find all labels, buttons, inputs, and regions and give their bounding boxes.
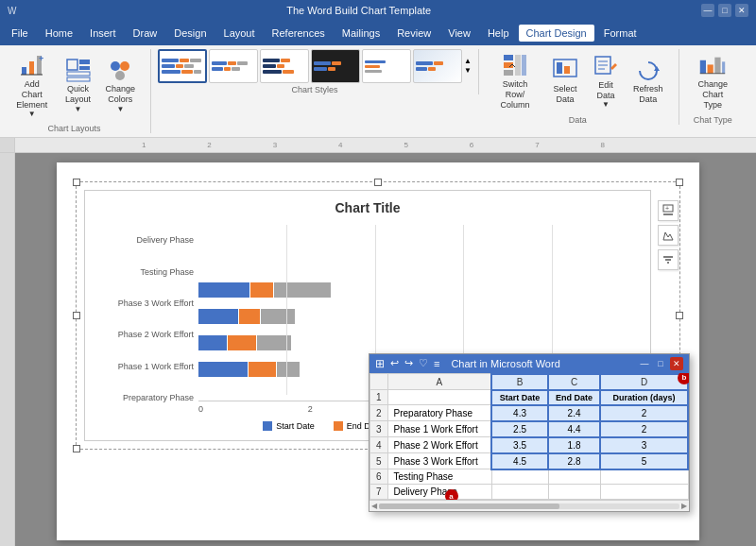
change-chart-type-button[interactable]: ChangeChart Type [687, 49, 739, 113]
row-2-d[interactable]: 2 [600, 405, 688, 421]
col-c-header[interactable]: C [548, 374, 600, 390]
row-4-a[interactable]: Phase 2 Work Effort [387, 437, 491, 453]
scroll-left[interactable]: ◀ [371, 502, 377, 510]
chart-styles-button[interactable] [658, 225, 679, 246]
scroll-track[interactable] [379, 503, 679, 509]
row-2-c[interactable]: 2.4 [548, 405, 600, 421]
row-7-c[interactable] [548, 485, 600, 500]
excel-scrollbar[interactable]: ◀ ▶ [369, 500, 689, 511]
row-4-b[interactable]: 3.5 [491, 437, 548, 453]
row-1-header[interactable]: 1 [370, 390, 388, 405]
row-1-c[interactable]: End Date [548, 390, 600, 405]
chart-styles-down[interactable]: ▼ [464, 67, 472, 75]
chart-style-2[interactable] [209, 49, 258, 83]
scroll-thumb [379, 503, 559, 509]
row-3-a[interactable]: Phase 1 Work Effort [387, 421, 491, 437]
edit-data-button[interactable]: EditData ▼ [587, 50, 625, 113]
chart-style-4[interactable] [311, 49, 360, 83]
data-group: Switch Row/Column SelectData [487, 49, 679, 125]
row-1-a[interactable] [387, 390, 491, 405]
phase3-end-bar [250, 282, 273, 298]
excel-maximize[interactable]: □ [654, 357, 667, 370]
window-title: The Word Build Chart Template [16, 5, 701, 16]
close-button[interactable]: ✕ [735, 4, 748, 17]
row-7-header[interactable]: 7 [370, 485, 388, 500]
row-4-header[interactable]: 4 [370, 437, 388, 453]
row-6-c[interactable] [548, 469, 600, 485]
chart-filters-button[interactable] [658, 249, 679, 270]
change-colors-button[interactable]: ChangeColors ▼ [100, 54, 142, 117]
col-b-header[interactable]: B [491, 374, 548, 390]
row-1-d[interactable]: Duration (days) [600, 390, 688, 405]
chart-styles-up[interactable]: ▲ [464, 58, 472, 65]
menu-design[interactable]: Design [166, 25, 214, 42]
menu-references[interactable]: References [265, 25, 333, 42]
menu-chart-design[interactable]: Chart Design [519, 25, 594, 42]
row-2-a[interactable]: Preparatory Phase [387, 405, 491, 421]
chart-style-5[interactable] [362, 49, 411, 83]
quick-layout-icon [65, 58, 92, 84]
menu-help[interactable]: Help [480, 25, 517, 42]
row-5-a[interactable]: Phase 3 Work Effort [387, 453, 491, 469]
row-5-c[interactable]: 2.8 [548, 453, 600, 469]
excel-redo-icon[interactable]: ↪ [404, 357, 413, 369]
menu-insert[interactable]: Insert [82, 25, 124, 42]
menu-draw[interactable]: Draw [126, 25, 165, 42]
menu-file[interactable]: File [4, 25, 36, 42]
excel-table: A B C D b 1 [369, 373, 689, 501]
col-d-header[interactable]: D b [600, 374, 688, 390]
row-7-a[interactable]: Delivery Phase a [387, 485, 491, 500]
row-7-d[interactable] [600, 485, 688, 500]
change-colors-icon [107, 58, 133, 84]
excel-close[interactable]: ✕ [670, 357, 683, 370]
menu-format[interactable]: Format [596, 25, 644, 42]
row-1-b[interactable]: Start Date [491, 390, 548, 405]
scroll-right[interactable]: ▶ [681, 502, 687, 510]
chart-elements-button[interactable]: + [658, 200, 679, 221]
phase1-start-bar [198, 335, 227, 350]
row-3-d[interactable]: 2 [600, 421, 688, 437]
row-7-b[interactable] [491, 485, 548, 500]
excel-save-icon[interactable]: ♡ [419, 357, 428, 369]
menu-layout[interactable]: Layout [216, 25, 263, 42]
col-a-header[interactable]: A [387, 374, 491, 390]
chart-title[interactable]: Chart Title [94, 200, 641, 215]
row-3-c[interactable]: 4.4 [548, 421, 600, 437]
svg-point-11 [120, 61, 129, 71]
excel-minimize[interactable]: — [638, 357, 651, 370]
row-3-b[interactable]: 2.5 [491, 421, 548, 437]
refresh-data-button[interactable]: RefreshData [627, 54, 669, 109]
excel-menu-icon[interactable]: ≡ [434, 358, 439, 369]
add-chart-element-button[interactable]: + Add ChartElement ▼ [8, 49, 57, 122]
row-5-header[interactable]: 5 [370, 453, 388, 469]
row-4-c[interactable]: 1.8 [548, 437, 600, 453]
menu-mailings[interactable]: Mailings [335, 25, 387, 42]
handle-mr [676, 312, 683, 319]
switch-row-col-button[interactable]: Switch Row/Column [487, 49, 543, 113]
chart-style-6[interactable] [413, 49, 462, 83]
excel-undo-icon[interactable]: ↩ [390, 357, 399, 369]
menu-review[interactable]: Review [389, 25, 438, 42]
legend-start-date-color [263, 421, 272, 431]
quick-layout-button[interactable]: QuickLayout ▼ [60, 54, 97, 117]
row-6-b[interactable] [491, 469, 548, 485]
row-4-d[interactable]: 3 [600, 437, 688, 453]
row-2-header[interactable]: 2 [370, 405, 388, 421]
row-2-b[interactable]: 4.3 [491, 405, 548, 421]
row-5-b[interactable]: 4.5 [491, 453, 548, 469]
window-controls: — □ ✕ [701, 4, 748, 17]
menu-view[interactable]: View [440, 25, 478, 42]
menu-home[interactable]: Home [38, 25, 80, 42]
row-6-header[interactable]: 6 [370, 469, 388, 485]
row-5-d[interactable]: 5 [600, 453, 688, 469]
row-6-a[interactable]: Testing Phase [387, 469, 491, 485]
row-3-header[interactable]: 3 [370, 421, 388, 437]
chart-styles-group: ▲ ▼ Chart Styles [159, 49, 479, 94]
maximize-button[interactable]: □ [718, 4, 731, 17]
phase2-duration-bar [261, 309, 295, 324]
minimize-button[interactable]: — [701, 4, 714, 17]
row-6-d[interactable] [600, 469, 688, 485]
select-data-button[interactable]: SelectData [546, 54, 584, 109]
chart-style-1[interactable] [158, 49, 207, 83]
chart-style-3[interactable] [260, 49, 309, 83]
